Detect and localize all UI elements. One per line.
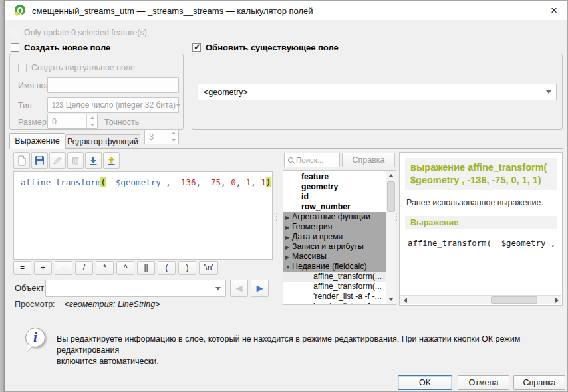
function-search-input[interactable]: Поиск... bbox=[284, 153, 340, 167]
close-icon[interactable]: × bbox=[543, 3, 565, 19]
scrollbar-thumb[interactable] bbox=[491, 296, 537, 304]
expression-token bbox=[106, 177, 116, 187]
function-item-row-number[interactable]: row_number bbox=[283, 202, 386, 212]
expression-token: ) bbox=[266, 177, 271, 187]
preview-value: <геометрия: LineString> bbox=[65, 300, 160, 309]
scroll-up-icon[interactable] bbox=[386, 171, 396, 181]
only-update-checkbox[interactable]: Only update 0 selected feature(s) bbox=[11, 28, 147, 37]
import-expressions-button[interactable] bbox=[85, 152, 102, 169]
tab-function-editor[interactable]: Редактор функций bbox=[65, 134, 140, 149]
next-feature-button[interactable]: ▶ bbox=[251, 280, 269, 297]
scroll-right-icon[interactable] bbox=[552, 296, 561, 304]
create-virtual-field-checkbox-box[interactable] bbox=[18, 64, 27, 72]
tree-collapsed-icon[interactable]: ▶ bbox=[283, 213, 292, 223]
operator-multiply-button[interactable]: * bbox=[96, 261, 114, 275]
expression-token: , bbox=[221, 177, 231, 187]
arrow-left-icon: ◀ bbox=[236, 283, 243, 293]
only-update-checkbox-box[interactable] bbox=[11, 29, 19, 37]
function-group-datetime[interactable]: ▶Дата и время bbox=[283, 232, 386, 242]
pencil-icon bbox=[53, 155, 63, 165]
function-item-feature[interactable]: feature bbox=[283, 172, 386, 182]
type-combo[interactable]: 123 Целое число (integer 32 бита) bbox=[47, 97, 179, 113]
help-panel-scrollbar[interactable] bbox=[400, 295, 561, 304]
size-spinner-buttons[interactable] bbox=[86, 114, 97, 128]
help-expression-code: affine_transform( $geometry , -136, -75,… bbox=[405, 239, 557, 248]
operator-minus-button[interactable]: - bbox=[55, 261, 72, 275]
function-group-recent[interactable]: ▼Недавние (fieldcalc) bbox=[283, 262, 386, 272]
function-item-recent-2[interactable]: affine_transform(... bbox=[283, 282, 386, 292]
tree-collapsed-icon[interactable]: ▶ bbox=[283, 252, 292, 262]
function-help-button[interactable]: Справка bbox=[342, 153, 395, 167]
delete-expression-button[interactable] bbox=[67, 152, 84, 169]
function-list: feature geometry id row_number ▶Агрегатн… bbox=[283, 170, 396, 305]
operator-concat-button[interactable]: || bbox=[137, 261, 155, 275]
field-calculator-dialog: Q смещенный_streams_utm — _streams__stre… bbox=[5, 0, 568, 392]
cancel-button[interactable]: Отмена bbox=[458, 375, 509, 390]
tree-collapsed-icon[interactable]: ▶ bbox=[283, 233, 292, 243]
search-placeholder: Поиск... bbox=[296, 156, 323, 164]
preview-row: Просмотр: <геометрия: LineString> bbox=[15, 300, 160, 309]
create-new-field-checkbox-box[interactable] bbox=[11, 43, 19, 52]
function-item-geometry[interactable]: geometry bbox=[283, 182, 386, 192]
edit-expression-button[interactable] bbox=[49, 152, 66, 169]
function-group-geometry[interactable]: ▶Геометрия bbox=[283, 222, 386, 232]
arrow-down-import-icon bbox=[88, 155, 98, 166]
function-item-recent-3[interactable]: 'render_list -a -f -... bbox=[283, 292, 386, 302]
operator-close-paren-button[interactable]: ) bbox=[178, 261, 196, 275]
tree-collapsed-icon[interactable]: ▶ bbox=[283, 223, 292, 233]
tab-expression[interactable]: Выражение bbox=[9, 133, 65, 149]
type-combo-value: Целое число (integer 32 бита) bbox=[66, 100, 176, 110]
type-123-icon: 123 bbox=[52, 102, 63, 109]
size-spinner[interactable]: 0 bbox=[47, 114, 98, 129]
splitter-handle[interactable] bbox=[275, 207, 278, 227]
expression-token: ( bbox=[100, 177, 106, 187]
search-icon bbox=[288, 157, 293, 163]
function-item-recent-4[interactable]: 'render_list -a -f -... bbox=[283, 302, 386, 305]
function-group-arrays[interactable]: ▶Массивы bbox=[283, 252, 386, 262]
tree-collapsed-icon[interactable]: ▶ bbox=[283, 243, 292, 252]
update-existing-checkbox[interactable]: ✓ Обновить существующее поле bbox=[192, 43, 339, 52]
help-button[interactable]: Справка bbox=[513, 375, 565, 390]
splitter-handle[interactable] bbox=[394, 207, 398, 227]
create-new-field-checkbox[interactable]: Создать новое поле bbox=[11, 43, 110, 52]
operator-plus-button[interactable]: + bbox=[34, 261, 52, 275]
create-virtual-field-checkbox[interactable]: Создать виртуальное поле bbox=[18, 63, 135, 72]
expression-token: , bbox=[236, 177, 246, 187]
tree-expanded-icon[interactable]: ▼ bbox=[283, 262, 292, 272]
scroll-down-icon[interactable] bbox=[386, 294, 396, 304]
expression-editor[interactable]: affine_transform( $geometry , -136, -75,… bbox=[13, 171, 273, 260]
expression-token: , bbox=[161, 177, 176, 187]
update-existing-checkbox-box[interactable]: ✓ bbox=[192, 43, 201, 52]
operator-divide-button[interactable]: / bbox=[75, 261, 93, 275]
precision-label: Точность bbox=[104, 118, 139, 127]
precision-spinner-buttons[interactable] bbox=[168, 130, 178, 144]
chevron-down-icon bbox=[215, 287, 221, 290]
previous-feature-button[interactable]: ◀ bbox=[230, 280, 248, 297]
function-item-id[interactable]: id bbox=[283, 192, 386, 202]
operator-power-button[interactable]: ^ bbox=[116, 261, 134, 275]
feature-label: Объект bbox=[15, 283, 44, 293]
precision-spinner[interactable]: 3 bbox=[144, 129, 179, 144]
field-name-input[interactable] bbox=[47, 77, 179, 93]
function-item-recent-1[interactable]: affine_transform(... bbox=[283, 272, 386, 282]
save-icon bbox=[35, 155, 45, 165]
expression-toolbar bbox=[13, 152, 120, 169]
function-group-records[interactable]: ▶Записи и атрибуты bbox=[283, 242, 386, 252]
function-list-scrollbar[interactable] bbox=[386, 171, 396, 304]
size-label: Размер bbox=[18, 118, 47, 127]
expression-token: , bbox=[251, 177, 261, 187]
type-label: Тип bbox=[18, 101, 32, 110]
feature-combo[interactable] bbox=[45, 280, 226, 297]
new-expression-button[interactable] bbox=[13, 152, 30, 169]
save-expression-button[interactable] bbox=[31, 152, 48, 169]
export-expressions-button[interactable] bbox=[103, 152, 120, 169]
background-window-edge bbox=[0, 0, 5, 392]
function-group-aggregates[interactable]: ▶Агрегатные функции bbox=[283, 212, 386, 222]
size-value: 0 bbox=[52, 117, 57, 126]
geometry-field-combo[interactable]: <geometry> bbox=[198, 84, 557, 100]
operator-open-paren-button[interactable]: ( bbox=[158, 261, 176, 275]
ok-button[interactable]: OK bbox=[398, 375, 452, 390]
scroll-left-icon[interactable] bbox=[400, 296, 410, 304]
operator-equals-button[interactable]: = bbox=[13, 261, 31, 275]
operator-newline-button[interactable]: '\n' bbox=[199, 261, 218, 275]
